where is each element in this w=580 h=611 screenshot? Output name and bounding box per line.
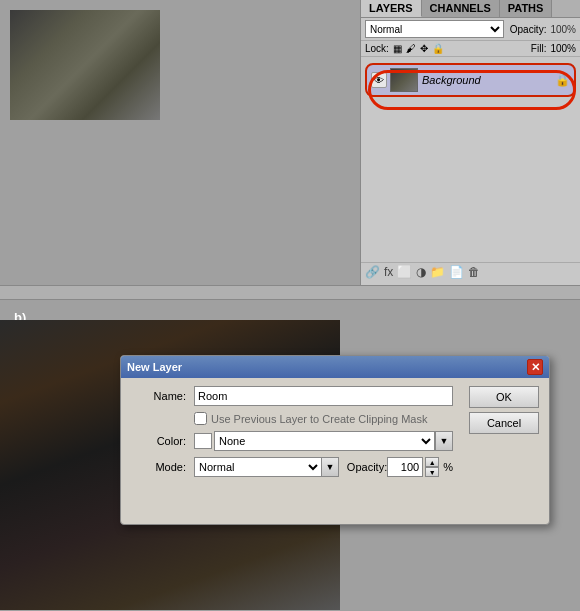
opacity-dialog-label: Opacity: xyxy=(347,461,387,473)
tab-paths[interactable]: PATHS xyxy=(500,0,553,17)
workspace-divider xyxy=(0,285,580,300)
mode-select-dialog[interactable]: Normal xyxy=(194,457,321,477)
color-swatch xyxy=(194,433,212,449)
lock-all-icon[interactable]: 🔒 xyxy=(432,43,444,54)
new-layer-dialog: New Layer ✕ Name: Use Previous Layer to … xyxy=(120,355,550,525)
dialog-body: Name: Use Previous Layer to Create Clipp… xyxy=(121,378,549,495)
layers-icons-row: Lock: ▦ 🖌 ✥ 🔒 Fill: 100% xyxy=(361,41,580,57)
layers-panel: LAYERS CHANNELS PATHS Normal Opacity: 10… xyxy=(360,0,580,285)
opacity-input[interactable] xyxy=(387,457,423,477)
layer-visibility-toggle[interactable]: 👁 xyxy=(371,72,387,88)
color-label: Color: xyxy=(131,435,186,447)
layer-lock-icon: 🔒 xyxy=(555,73,570,87)
lock-label: Lock: xyxy=(365,43,389,54)
mode-select[interactable]: Normal xyxy=(365,20,504,38)
delete-layer-icon[interactable]: 🗑 xyxy=(468,265,480,279)
fill-value: 100% xyxy=(550,43,576,54)
mode-dropdown-arrow[interactable]: ▼ xyxy=(321,457,339,477)
color-dropdown-arrow[interactable]: ▼ xyxy=(435,431,453,451)
name-label: Name: xyxy=(131,390,186,402)
tab-layers[interactable]: LAYERS xyxy=(361,0,422,17)
opacity-stepper: ▲ ▼ xyxy=(425,457,439,477)
ok-button[interactable]: OK xyxy=(469,386,539,408)
mask-icon[interactable]: ⬜ xyxy=(397,265,412,279)
layers-toolbar: Normal Opacity: 100% xyxy=(361,18,580,41)
name-row: Name: xyxy=(131,386,453,406)
color-row: Color: None ▼ xyxy=(131,431,453,451)
dialog-close-button[interactable]: ✕ xyxy=(527,359,543,375)
background-layer-row[interactable]: 👁 Background 🔒 xyxy=(365,63,576,97)
lock-move-icon[interactable]: ✥ xyxy=(420,43,428,54)
lock-transparent-icon[interactable]: ▦ xyxy=(393,43,402,54)
dialog-buttons: OK Cancel xyxy=(461,386,539,434)
percent-label: % xyxy=(443,461,453,473)
dialog-title: New Layer xyxy=(127,361,182,373)
lock-paint-icon[interactable]: 🖌 xyxy=(406,43,416,54)
color-select-wrapper: None ▼ xyxy=(194,431,453,451)
folder-icon[interactable]: 📁 xyxy=(430,265,445,279)
tab-channels[interactable]: CHANNELS xyxy=(422,0,500,17)
link-icon[interactable]: 🔗 xyxy=(365,265,380,279)
adjustment-icon[interactable]: ◑ xyxy=(416,265,426,279)
image-a-content xyxy=(10,10,160,120)
fill-label: Fill: xyxy=(531,43,547,54)
fx-icon[interactable]: fx xyxy=(384,265,393,279)
mode-row: Mode: Normal ▼ Opacity: ▲ ▼ % xyxy=(131,457,453,477)
mode-label: Mode: xyxy=(131,461,186,473)
clipping-mask-label: Use Previous Layer to Create Clipping Ma… xyxy=(211,413,427,425)
layer-thumbnail xyxy=(390,68,418,92)
opacity-value: 100% xyxy=(550,24,576,35)
dialog-titlebar: New Layer ✕ xyxy=(121,356,549,378)
layers-bottom-toolbar: 🔗 fx ⬜ ◑ 📁 📄 🗑 xyxy=(361,262,580,281)
layer-name: Background xyxy=(422,74,555,86)
opacity-label: Opacity: xyxy=(510,24,547,35)
opacity-decrement-button[interactable]: ▼ xyxy=(425,467,439,477)
color-select[interactable]: None xyxy=(214,431,435,451)
opacity-increment-button[interactable]: ▲ xyxy=(425,457,439,467)
cancel-button[interactable]: Cancel xyxy=(469,412,539,434)
name-input[interactable] xyxy=(194,386,453,406)
image-a xyxy=(10,10,160,120)
clipping-mask-checkbox[interactable] xyxy=(194,412,207,425)
layers-tabs: LAYERS CHANNELS PATHS xyxy=(361,0,580,18)
workspace-top: a) LAYERS CHANNELS PATHS Normal Opacity:… xyxy=(0,0,580,290)
clipping-mask-row: Use Previous Layer to Create Clipping Ma… xyxy=(194,412,453,425)
new-layer-icon[interactable]: 📄 xyxy=(449,265,464,279)
